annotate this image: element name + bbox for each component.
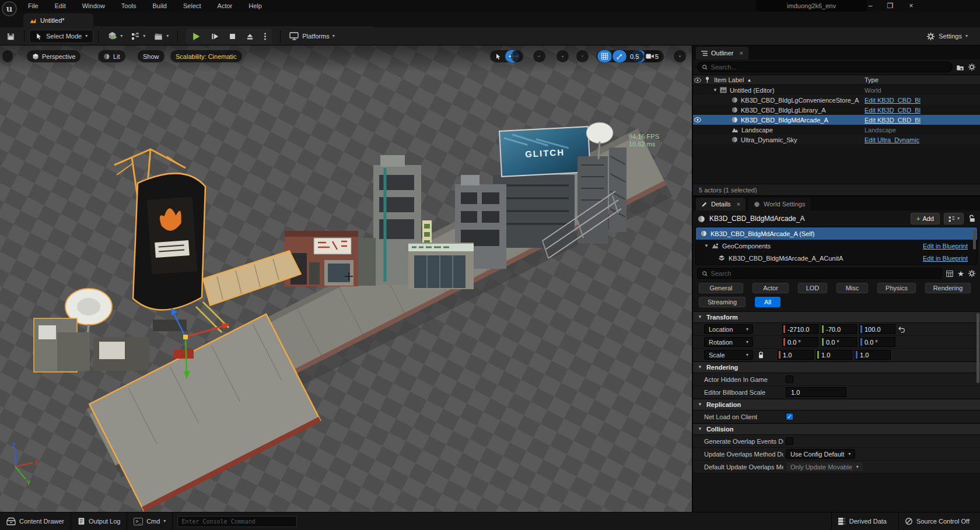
edit-blueprint-link[interactable]: Edit KB3D_CBD_Bl <box>864 117 921 124</box>
minimize-button[interactable]: – <box>862 0 878 11</box>
details-search[interactable] <box>697 268 942 279</box>
outliner-row-conveniencestore[interactable]: KB3D_CBD_BldgLgConvenienceStore_A Edit K… <box>693 95 980 105</box>
play-options-dots[interactable] <box>260 30 271 43</box>
chip-rendering[interactable]: Rendering <box>925 283 971 293</box>
scale-x-input[interactable]: 1.0 <box>778 350 814 360</box>
favorites-star-icon[interactable]: ★ <box>957 269 964 278</box>
rotation-z-input[interactable]: 0.0 ° <box>859 337 895 347</box>
source-control-button[interactable]: Source Control Off <box>898 513 975 530</box>
section-collision[interactable]: ▼ Collision <box>693 423 980 435</box>
close-icon[interactable]: × <box>740 50 743 57</box>
chip-lod[interactable]: LOD <box>798 283 827 293</box>
net-load-checkbox[interactable]: ✓ <box>786 413 793 420</box>
close-button[interactable]: × <box>903 0 919 11</box>
show-dropdown[interactable]: Show <box>138 50 164 62</box>
pin-column-icon[interactable] <box>702 76 712 83</box>
stop-button[interactable] <box>225 30 240 43</box>
component-tree-scrollbar[interactable] <box>973 230 976 250</box>
details-scrollbar[interactable] <box>977 313 979 383</box>
scale-y-input[interactable]: 1.0 <box>816 350 852 360</box>
perspective-dropdown[interactable]: Perspective <box>27 50 80 62</box>
cinematics-button[interactable]: ▾ <box>149 30 173 43</box>
menu-actor[interactable]: Actor <box>216 1 234 10</box>
add-actor-button[interactable]: ▾ <box>103 29 127 44</box>
edit-blueprint-link[interactable]: Edit KB3D_CBD_Bl <box>864 107 921 114</box>
tab-untitled-level[interactable]: Untitled* <box>23 13 93 27</box>
menu-build[interactable]: Build <box>152 1 168 10</box>
world-local-toggle[interactable] <box>556 50 569 62</box>
outliner-row-landscape[interactable]: Landscape Landscape <box>693 125 980 135</box>
tab-outliner[interactable]: Outliner × <box>696 47 748 59</box>
visibility-eye-icon[interactable] <box>693 117 702 122</box>
edit-blueprint-link[interactable]: Edit KB3D_CBD_Bl <box>864 97 921 104</box>
display-options-icon[interactable] <box>946 270 954 278</box>
surface-snapping[interactable] <box>576 50 589 62</box>
scale-lock-icon[interactable] <box>758 352 764 359</box>
overlap-events-checkbox[interactable] <box>786 437 793 445</box>
details-search-input[interactable] <box>711 270 938 277</box>
menu-edit[interactable]: Edit <box>54 1 67 10</box>
rotate-tool[interactable] <box>511 50 523 62</box>
menu-file[interactable]: File <box>27 1 40 10</box>
output-log-button[interactable]: Output Log <box>71 513 127 530</box>
menu-window[interactable]: Window <box>81 1 106 10</box>
unlocked-icon[interactable] <box>968 215 975 223</box>
unreal-logo[interactable]: u <box>2 1 17 16</box>
viewport-scene[interactable]: GLITCH <box>0 45 692 512</box>
select-mode-dropdown[interactable]: Select Mode ▾ <box>29 30 93 43</box>
new-folder-icon[interactable] <box>956 64 964 71</box>
outliner-search[interactable] <box>697 62 953 72</box>
outliner-settings-gear-icon[interactable] <box>968 63 976 71</box>
outliner-row-sky[interactable]: Ultra_Dynamic_Sky Edit Ultra_Dynamic <box>693 135 980 145</box>
platforms-dropdown[interactable]: Platforms ▾ <box>285 30 338 43</box>
scalability-warning[interactable]: Scalability: Cinematic <box>170 50 242 62</box>
console-command-input[interactable] <box>177 516 297 527</box>
expand-caret-icon[interactable]: ▼ <box>704 244 709 248</box>
column-type[interactable]: Type <box>864 76 878 83</box>
chip-all[interactable]: All <box>755 297 780 307</box>
content-drawer-button[interactable]: Content Drawer <box>0 513 71 530</box>
actor-hidden-checkbox[interactable] <box>786 375 793 383</box>
section-transform[interactable]: ▼ Transform <box>693 311 980 323</box>
play-button[interactable] <box>187 29 205 44</box>
viewport[interactable]: GLITCH <box>0 45 692 512</box>
component-self[interactable]: KB3D_CBD_BldgMdArcade_A (Self) <box>696 227 977 240</box>
scale-snap-value[interactable]: 0.5 <box>626 50 642 62</box>
billboard-scale-input[interactable]: 1.0 <box>786 387 846 397</box>
save-button[interactable] <box>2 30 19 43</box>
rotation-dropdown[interactable]: Rotation▾ <box>704 337 753 347</box>
location-x-input[interactable]: -2710.0 <box>782 324 818 334</box>
viewport-options-menu[interactable] <box>2 50 13 62</box>
outliner-search-input[interactable] <box>711 64 948 71</box>
menu-select[interactable]: Select <box>182 1 202 10</box>
edit-in-blueprint-link[interactable]: Edit in Blueprint <box>923 255 968 262</box>
maximize-button[interactable]: ❐ <box>882 0 898 11</box>
settings-dropdown[interactable]: Settings ▾ <box>922 30 972 43</box>
update-overlaps-select[interactable]: Use Config Default▾ <box>786 449 855 459</box>
rotation-y-input[interactable]: 0.0 ° <box>821 337 857 347</box>
select-tool[interactable] <box>491 50 505 62</box>
outliner-row-arcade-selected[interactable]: KB3D_CBD_BldgMdArcade_A Edit KB3D_CBD_Bl <box>693 115 980 125</box>
expand-caret-icon[interactable]: ▼ <box>713 88 718 93</box>
cmd-dropdown[interactable]: >_ Cmd ▾ <box>127 513 173 530</box>
chip-misc[interactable]: Misc <box>836 283 868 293</box>
add-component-button[interactable]: + Add <box>911 213 940 224</box>
rotation-x-input[interactable]: 0.0 ° <box>782 337 818 347</box>
maximize-viewport[interactable] <box>674 50 686 62</box>
derived-data-button[interactable]: Derived Data <box>831 513 892 530</box>
close-icon[interactable]: × <box>737 201 740 208</box>
menu-tools[interactable]: Tools <box>120 1 138 10</box>
scale-snap-toggle[interactable] <box>612 50 626 62</box>
outliner-row-level[interactable]: ▼ Untitled (Editor) World <box>693 85 980 95</box>
component-geocomponents[interactable]: ▼ GeoComponents Edit in Blueprint <box>696 240 977 252</box>
blueprints-button[interactable]: ▾ <box>127 29 149 43</box>
eject-button[interactable] <box>242 30 258 43</box>
location-dropdown[interactable]: Location▾ <box>704 324 753 334</box>
column-item-label[interactable]: Item Label <box>714 76 744 83</box>
tab-world-settings[interactable]: World Settings <box>748 198 810 210</box>
edit-blueprint-link[interactable]: Edit Ultra_Dynamic <box>864 136 919 143</box>
component-acunit[interactable]: KB3D_CBD_BldgMdArcade_A_ACunitA Edit in … <box>696 252 977 264</box>
chip-actor[interactable]: Actor <box>752 283 789 293</box>
lit-dropdown[interactable]: Lit <box>98 50 125 62</box>
section-rendering[interactable]: ▼ Rendering <box>693 361 980 373</box>
